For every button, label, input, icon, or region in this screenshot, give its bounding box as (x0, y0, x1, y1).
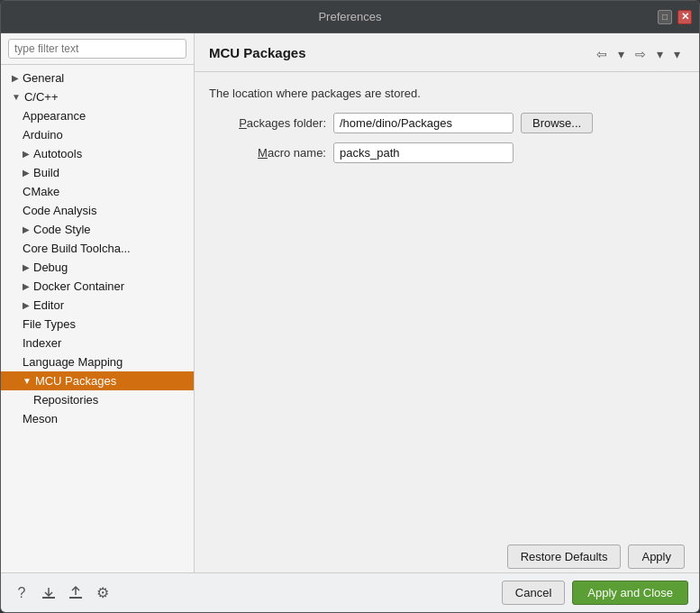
macro-name-input[interactable] (333, 142, 514, 163)
sidebar-item-general[interactable]: ▶ General (1, 69, 194, 87)
sidebar-item-code-analysis[interactable]: Code Analysis (1, 201, 194, 220)
arrow-icon: ▶ (12, 73, 19, 83)
filter-wrap (1, 33, 194, 65)
toolbar-icons: ⇦ ▾ ⇨ ▾ ▾ (592, 44, 685, 64)
panel-top: MCU Packages ⇦ ▾ ⇨ ▾ ▾ (209, 44, 685, 64)
cancel-button[interactable]: Cancel (502, 581, 565, 605)
apply-and-close-button[interactable]: Apply and Close (572, 581, 688, 605)
help-icon[interactable]: ? (12, 583, 32, 603)
menu-dropdown-button[interactable]: ▾ (669, 44, 685, 64)
macro-name-label: Macro name: (209, 146, 326, 160)
settings-icon[interactable]: ⚙ (93, 583, 113, 603)
browse-button[interactable]: Browse... (521, 113, 593, 133)
close-button[interactable]: ✕ (677, 10, 692, 24)
arrow-icon: ▶ (23, 224, 30, 234)
sidebar-item-cmake[interactable]: CMake (1, 182, 194, 201)
bottom-right: Cancel Apply and Close (502, 581, 688, 605)
titlebar: Preferences □ ✕ (1, 1, 699, 33)
preferences-window: Preferences □ ✕ ▶ General ▼ C/C++ (0, 0, 700, 613)
panel-header: MCU Packages ⇦ ▾ ⇨ ▾ ▾ (195, 33, 699, 72)
content-area: ▶ General ▼ C/C++ Appearance Arduino (1, 33, 699, 572)
sidebar-item-appearance[interactable]: Appearance (1, 106, 194, 125)
arrow-icon: ▶ (23, 281, 30, 291)
import-icon[interactable] (39, 583, 59, 603)
inner-buttons: Restore Defaults Apply (195, 537, 699, 572)
packages-folder-input[interactable] (333, 113, 514, 133)
sidebar-item-meson[interactable]: Meson (1, 409, 194, 428)
tree: ▶ General ▼ C/C++ Appearance Arduino (1, 65, 194, 572)
restore-defaults-button[interactable]: Restore Defaults (507, 544, 622, 569)
packages-folder-label: Packages folder: (209, 116, 326, 130)
sidebar-item-mcu-packages[interactable]: ▼ MCU Packages (1, 371, 194, 390)
macro-name-row: Macro name: (209, 142, 685, 163)
arrow-icon: ▶ (23, 149, 30, 159)
export-icon[interactable] (66, 583, 86, 603)
packages-folder-row: Packages folder: Browse... (209, 113, 685, 133)
sidebar-item-cpp[interactable]: ▼ C/C++ (1, 87, 194, 106)
description-text: The location where packages are stored. (209, 87, 685, 100)
main-panel: MCU Packages ⇦ ▾ ⇨ ▾ ▾ The location wher… (195, 33, 699, 572)
back-button[interactable]: ⇦ (592, 44, 612, 64)
sidebar-item-debug[interactable]: ▶ Debug (1, 258, 194, 277)
sidebar-item-core-build-toolchain[interactable]: Core Build Toolcha... (1, 239, 194, 258)
sidebar-item-code-style[interactable]: ▶ Code Style (1, 220, 194, 239)
bottom-left: ? ⚙ (12, 583, 113, 603)
sidebar-item-arduino[interactable]: Arduino (1, 125, 194, 144)
sidebar: ▶ General ▼ C/C++ Appearance Arduino (1, 33, 195, 572)
window-title: Preferences (318, 10, 381, 23)
bottom-bar: ? ⚙ Cancel Apply and Close (1, 572, 699, 612)
arrow-icon: ▶ (23, 168, 30, 178)
panel-title: MCU Packages (209, 45, 306, 60)
svg-rect-0 (42, 597, 55, 599)
panel-content: The location where packages are stored. … (195, 72, 699, 537)
arrow-icon: ▶ (23, 300, 30, 310)
sidebar-item-docker-container[interactable]: ▶ Docker Container (1, 277, 194, 296)
sidebar-item-autotools[interactable]: ▶ Autotools (1, 144, 194, 163)
forward-dropdown-button[interactable]: ▾ (652, 44, 668, 64)
forward-button[interactable]: ⇨ (631, 44, 650, 64)
filter-input[interactable] (8, 39, 186, 59)
sidebar-item-language-mapping[interactable]: Language Mapping (1, 352, 194, 371)
maximize-button[interactable]: □ (658, 10, 672, 24)
apply-button[interactable]: Apply (628, 544, 685, 569)
sidebar-item-indexer[interactable]: Indexer (1, 334, 194, 352)
sidebar-item-editor[interactable]: ▶ Editor (1, 296, 194, 315)
arrow-icon: ▼ (23, 376, 32, 386)
window-controls: □ ✕ (658, 10, 692, 24)
sidebar-item-file-types[interactable]: File Types (1, 315, 194, 334)
arrow-icon: ▶ (23, 262, 30, 272)
back-dropdown-button[interactable]: ▾ (614, 44, 629, 64)
sidebar-item-repositories[interactable]: Repositories (1, 390, 194, 409)
arrow-icon: ▼ (12, 92, 21, 102)
svg-rect-1 (69, 597, 82, 599)
sidebar-item-build[interactable]: ▶ Build (1, 163, 194, 182)
